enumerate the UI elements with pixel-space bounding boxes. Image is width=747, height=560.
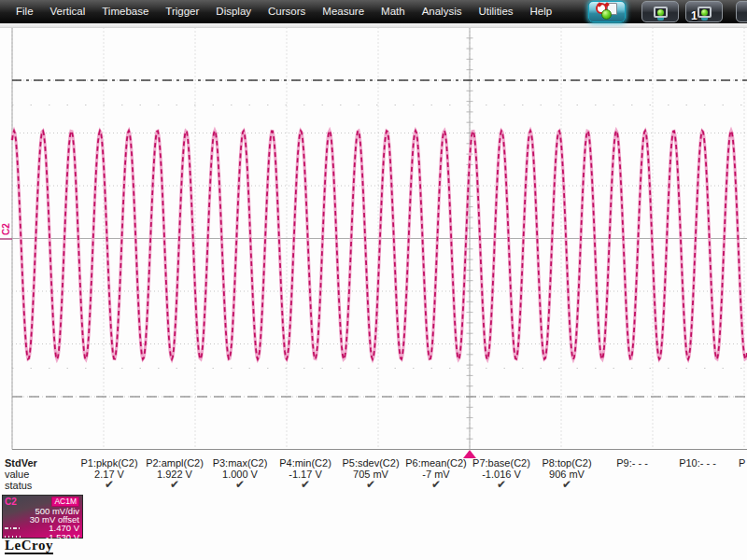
toolbar-button-display[interactable]: [641, 1, 679, 22]
toolbar-button-clipped[interactable]: [736, 1, 747, 22]
button-count-label: 1: [691, 10, 698, 21]
menu-trigger[interactable]: Trigger: [157, 0, 207, 23]
waveform-trace: [12, 131, 747, 359]
lecroy-scope-app: FileVerticalTimebaseTriggerDisplayCursor…: [0, 0, 747, 560]
measure-param-label[interactable]: P2:ampl(C2): [142, 457, 207, 469]
menu-file[interactable]: File: [7, 0, 42, 23]
dashdot-line-icon: [5, 527, 21, 529]
measure-status-check: ✔: [469, 480, 534, 490]
measure-param-label[interactable]: P10:- - -: [665, 457, 730, 469]
menu-timebase[interactable]: Timebase: [93, 0, 157, 23]
measure-param-label[interactable]: P3:max(C2): [207, 457, 273, 469]
monitor-icon: [654, 7, 668, 18]
row-label: status: [0, 480, 77, 491]
table-row-param: StdVerP1:pkpk(C2)P2:ampl(C2)P3:max(C2)P4…: [0, 457, 747, 469]
measure-status-check: ✔: [77, 480, 142, 490]
measure-param-label[interactable]: P4:min(C2): [273, 457, 338, 469]
lecroy-logo: LeCroy: [5, 539, 53, 554]
table-row-status: status✔✔✔✔✔✔✔✔: [0, 480, 747, 491]
menu-utilities[interactable]: Utilities: [470, 0, 521, 23]
toolbar-button-timer[interactable]: [588, 1, 626, 22]
measure-status-check: ✔: [207, 480, 273, 490]
menu-analysis[interactable]: Analysis: [414, 0, 471, 23]
measure-status-check: ✔: [142, 480, 207, 490]
toolbar-button-display-1[interactable]: 1: [685, 1, 723, 22]
menu-bar: FileVerticalTimebaseTriggerDisplayCursor…: [0, 0, 747, 23]
menu-measure[interactable]: Measure: [314, 0, 373, 23]
measure-status-check: ✔: [338, 480, 403, 490]
waveform-display[interactable]: C2: [0, 0, 747, 461]
row-label: StdVer: [0, 457, 77, 469]
menu-display[interactable]: Display: [207, 0, 260, 23]
row-label: value: [0, 469, 77, 480]
menu-cursors[interactable]: Cursors: [260, 0, 314, 23]
toolbar-strip: [0, 23, 747, 28]
measure-param-label[interactable]: P7:base(C2): [469, 457, 534, 469]
clipped-column-label: P: [739, 457, 745, 469]
measure-param-label[interactable]: P5:sdev(C2): [338, 457, 403, 469]
measure-param-label[interactable]: P6:mean(C2): [403, 457, 469, 469]
monitor-icon: [698, 7, 712, 18]
measure-param-label[interactable]: P1:pkpk(C2): [77, 457, 142, 469]
menu-vertical[interactable]: Vertical: [42, 0, 94, 23]
measure-status-check: ✔: [403, 480, 469, 490]
measure-status-check: ✔: [273, 480, 338, 490]
measure-param-label[interactable]: P8:top(C2): [534, 457, 599, 469]
alarm-clock-icon: [596, 3, 618, 21]
measurement-table: StdVerP1:pkpk(C2)P2:ampl(C2)P3:max(C2)P4…: [0, 457, 747, 491]
channel-descriptor-c2[interactable]: C2 AC1M 500 mV/div 30 mV offset 1.470 V …: [2, 495, 83, 539]
menu-math[interactable]: Math: [373, 0, 414, 23]
channel-name-label: C2: [5, 497, 17, 506]
channel-c2-plot-label[interactable]: C2: [1, 223, 11, 235]
menu-help[interactable]: Help: [522, 0, 561, 23]
measure-param-label[interactable]: P9:- - -: [599, 457, 665, 469]
measure-status-check: ✔: [534, 480, 599, 490]
